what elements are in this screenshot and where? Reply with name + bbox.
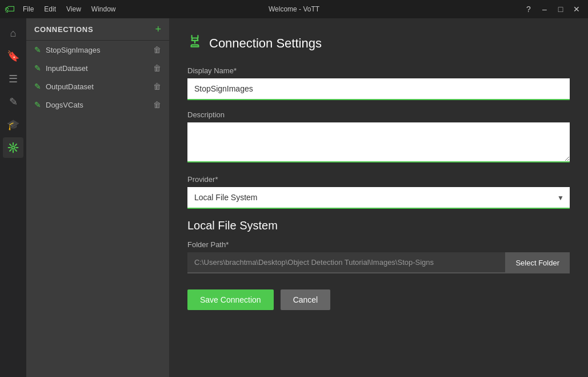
nav-home[interactable]: ⌂: [3, 23, 23, 43]
folder-path-row: Select Folder: [187, 252, 570, 273]
connection-label-1: InputDataset: [46, 64, 149, 73]
title-bar: 🏷 File Edit View Window Welcome - VoTT ?…: [0, 0, 588, 18]
sidebar-item-dogsvcats[interactable]: ✎ DogsVCats 🗑: [26, 96, 169, 114]
form-actions: Save Connection Cancel: [187, 289, 570, 310]
sidebar-title: CONNECTIONS: [34, 25, 93, 34]
local-file-system-section: Local File System Folder Path* Select Fo…: [187, 219, 570, 273]
display-name-label: Display Name*: [187, 66, 570, 75]
maximize-button[interactable]: □: [554, 2, 567, 16]
sidebar-header: CONNECTIONS +: [26, 18, 169, 41]
connection-label-3: DogsVCats: [46, 101, 149, 109]
provider-group: Provider* Local File System Azure Blob S…: [187, 175, 570, 209]
delete-connection-3[interactable]: 🗑: [153, 100, 161, 109]
nav-connections[interactable]: [3, 137, 23, 158]
sidebar-item-stopsignimages[interactable]: ✎ StopSignImages 🗑: [26, 41, 169, 59]
connection-label-2: OutputDataset: [46, 82, 149, 91]
menu-file[interactable]: File: [18, 3, 38, 15]
menu-window[interactable]: Window: [87, 3, 121, 15]
nav-list[interactable]: ☰: [3, 69, 23, 89]
description-input[interactable]: [187, 122, 570, 162]
nav-learn[interactable]: 🎓: [3, 114, 23, 135]
provider-select[interactable]: Local File System Azure Blob Storage Bin…: [187, 187, 570, 209]
window-controls: ? – □ ✕: [522, 2, 583, 16]
connection-settings-icon: [187, 34, 202, 53]
cancel-button[interactable]: Cancel: [281, 289, 331, 310]
select-folder-button[interactable]: Select Folder: [505, 252, 570, 273]
description-group: Description: [187, 110, 570, 165]
window-title: Welcome - VoTT: [269, 5, 319, 13]
description-label: Description: [187, 110, 570, 119]
help-button[interactable]: ?: [522, 2, 535, 16]
edit-connection-icon-1: ✎: [34, 64, 41, 73]
edit-connection-icon-0: ✎: [34, 45, 41, 54]
nav-edit[interactable]: ✎: [3, 92, 23, 112]
edit-connection-icon-3: ✎: [34, 100, 41, 109]
main-content: Connection Settings Display Name* Descri…: [169, 18, 588, 377]
nav-icons: ⌂ 🔖 ☰ ✎ 🎓: [0, 18, 26, 377]
edit-connection-icon-2: ✎: [34, 82, 41, 91]
menu-bar: File Edit View Window: [18, 3, 121, 15]
save-connection-button[interactable]: Save Connection: [187, 289, 274, 310]
close-button[interactable]: ✕: [570, 2, 583, 16]
delete-connection-0[interactable]: 🗑: [153, 45, 161, 54]
app-body: ⌂ 🔖 ☰ ✎ 🎓 CONNECTIONS + ✎ StopSignImages…: [0, 18, 588, 377]
app-logo: 🏷: [5, 3, 15, 15]
connection-settings-title: Connection Settings: [209, 36, 322, 51]
sidebar: CONNECTIONS + ✎ StopSignImages 🗑 ✎ Input…: [26, 18, 169, 377]
connection-settings-header: Connection Settings: [187, 34, 570, 53]
delete-connection-1[interactable]: 🗑: [153, 64, 161, 73]
menu-view[interactable]: View: [62, 3, 86, 15]
provider-label: Provider*: [187, 175, 570, 184]
menu-edit[interactable]: Edit: [39, 3, 61, 15]
folder-path-group: Folder Path* Select Folder: [187, 240, 570, 273]
provider-select-wrapper: Local File System Azure Blob Storage Bin…: [187, 187, 570, 209]
folder-path-label: Folder Path*: [187, 240, 570, 249]
display-name-input[interactable]: [187, 78, 570, 100]
sidebar-item-inputdataset[interactable]: ✎ InputDataset 🗑: [26, 59, 169, 77]
local-file-system-title: Local File System: [187, 219, 570, 232]
delete-connection-2[interactable]: 🗑: [153, 82, 161, 91]
nav-bookmark[interactable]: 🔖: [3, 46, 23, 66]
minimize-button[interactable]: –: [538, 2, 551, 16]
display-name-group: Display Name*: [187, 66, 570, 100]
connection-label-0: StopSignImages: [46, 46, 149, 54]
add-connection-button[interactable]: +: [155, 24, 161, 34]
sidebar-item-outputdataset[interactable]: ✎ OutputDataset 🗑: [26, 77, 169, 96]
folder-path-input[interactable]: [187, 252, 505, 273]
svg-point-0: [12, 146, 15, 149]
